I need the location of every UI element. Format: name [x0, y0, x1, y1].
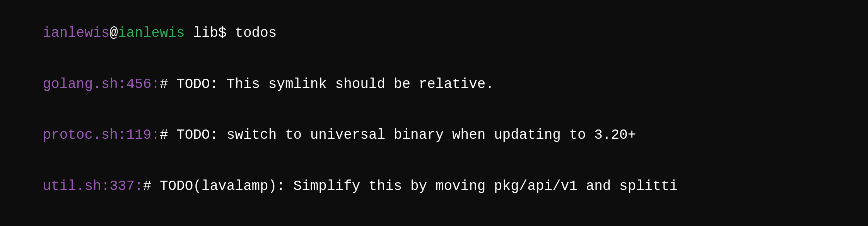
file-ref-util: util.sh:337: — [43, 178, 143, 194]
file-ref-golang: golang.sh:456: — [43, 76, 159, 92]
prompt-at: @ — [109, 25, 118, 41]
command-line: ianlewis@ianlewis lib$ todos — [9, 8, 859, 59]
todo-text-util: # TODO(lavalamp): Simplify this by movin… — [143, 178, 678, 194]
output-line-util: util.sh:337:# TODO(lavalamp): Simplify t… — [9, 161, 859, 212]
terminal-window: ianlewis@ianlewis lib$ todos golang.sh:4… — [0, 0, 868, 226]
todo-text-protoc: # TODO: switch to universal binary when … — [160, 127, 636, 143]
prompt-path: lib — [185, 25, 218, 41]
output-line-golang: golang.sh:456:# TODO: This symlink shoul… — [9, 59, 859, 110]
prompt-hostname: ianlewis — [118, 25, 185, 41]
command-text: todos — [235, 25, 277, 41]
file-ref-protoc: protoc.sh:119: — [43, 127, 159, 143]
output-line-util-cont: ng pkg/api, — [9, 212, 859, 226]
output-line-protoc: protoc.sh:119:# TODO: switch to universa… — [9, 110, 859, 161]
prompt-dollar: $ — [218, 25, 235, 41]
prompt-username: ianlewis — [43, 25, 109, 41]
todo-text-golang: # TODO: This symlink should be relative. — [160, 76, 494, 92]
